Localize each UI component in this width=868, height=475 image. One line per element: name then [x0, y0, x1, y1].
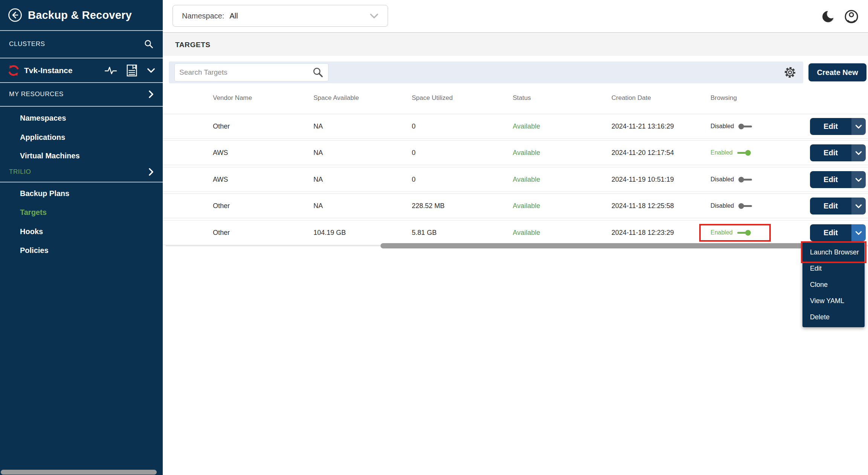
browsing-toggle[interactable]: [738, 177, 752, 182]
cell-vendor-name: Other: [213, 114, 230, 138]
cell-creation-date: 2024-11-20 12:17:54: [611, 141, 674, 165]
edit-button[interactable]: Edit: [810, 118, 851, 135]
cell-space-available: NA: [313, 114, 323, 138]
namespace-chevron-down-icon: [370, 13, 379, 19]
edit-split-button: Edit: [810, 224, 866, 241]
menu-item-delete[interactable]: Delete: [802, 309, 865, 325]
trilio-label: TRILIO: [9, 168, 31, 176]
my-resources-row[interactable]: MY RESOURCES: [0, 83, 163, 106]
search-icon[interactable]: [312, 67, 324, 78]
settings-gear-icon[interactable]: [784, 66, 796, 79]
instance-monitor-icon[interactable]: [105, 66, 117, 75]
cell-status: Available: [513, 141, 540, 165]
browsing-toggle[interactable]: [738, 124, 752, 129]
browsing-state-label: Enabled: [711, 149, 733, 156]
edit-split-button: Edit: [810, 118, 866, 135]
namespace-label: Namespace:: [182, 12, 224, 20]
my-resources-label: MY RESOURCES: [9, 90, 64, 98]
sidebar-item-namespaces[interactable]: Namespaces: [20, 112, 66, 124]
column-header-status: Status: [513, 90, 531, 106]
sidebar-item-applications[interactable]: Applications: [20, 131, 65, 144]
cluster-search-icon[interactable]: [144, 39, 154, 49]
cell-status: Available: [513, 221, 540, 245]
cell-browsing: Enabled: [711, 141, 751, 165]
cell-space-utilized: 0: [412, 141, 416, 165]
browsing-state-label: Enabled: [711, 229, 733, 236]
cell-space-available: NA: [313, 141, 323, 165]
cell-vendor-name: Other: [213, 194, 230, 218]
app-window: Backup & Recovery CLUSTERS Tvk-Instance: [0, 0, 868, 475]
browsing-toggle[interactable]: [738, 203, 752, 209]
cell-status: Available: [513, 167, 540, 192]
browsing-state-label: Disabled: [711, 123, 734, 130]
edit-split-button: Edit: [810, 144, 866, 161]
namespace-select[interactable]: Namespace: All: [173, 5, 388, 27]
menu-item-launch-browser[interactable]: Launch Browser: [802, 244, 865, 260]
edit-button[interactable]: Edit: [810, 144, 851, 161]
menu-item-edit[interactable]: Edit: [802, 260, 865, 277]
sidebar-item-policies[interactable]: Policies: [20, 244, 49, 257]
cell-vendor-name: AWS: [213, 141, 228, 165]
table-header-row: Vendor Name Space Available Space Utiliz…: [163, 90, 868, 106]
cell-vendor-name: AWS: [213, 167, 228, 192]
edit-dropdown-toggle[interactable]: [851, 198, 866, 215]
edit-button[interactable]: Edit: [810, 198, 851, 215]
column-header-space-available: Space Available: [313, 90, 359, 106]
column-header-vendor-name: Vendor Name: [213, 90, 252, 106]
cell-browsing: Disabled: [711, 114, 752, 138]
table-row: OtherNA228.52 MBAvailable2024-11-18 12:2…: [163, 193, 868, 218]
cell-creation-date: 2024-11-18 12:23:29: [611, 221, 674, 245]
table-row: OtherNA0Available2024-11-21 13:16:29Disa…: [163, 114, 868, 139]
clusters-label: CLUSTERS: [9, 40, 45, 48]
browsing-toggle[interactable]: [737, 230, 751, 236]
table-row: AWSNA0Available2024-11-19 10:51:19Disabl…: [163, 167, 868, 192]
browsing-toggle[interactable]: [737, 150, 751, 156]
edit-split-button: Edit: [810, 198, 866, 215]
trilio-logo-icon: [8, 64, 20, 77]
column-header-space-utilized: Space Utilized: [412, 90, 453, 106]
cell-space-utilized: 0: [412, 167, 416, 192]
cell-status: Available: [513, 114, 540, 138]
cell-browsing: Disabled: [711, 194, 752, 218]
cell-creation-date: 2024-11-18 12:25:58: [611, 194, 674, 218]
sidebar-item-virtual-machines[interactable]: Virtual Machines: [20, 149, 80, 162]
cell-status: Available: [513, 194, 540, 218]
edit-dropdown-toggle[interactable]: [851, 144, 866, 161]
menu-item-view-yaml[interactable]: View YAML: [802, 293, 865, 309]
edit-dropdown-toggle[interactable]: [851, 118, 866, 135]
trilio-row[interactable]: TRILIO: [0, 165, 163, 179]
sidebar-item-backup-plans[interactable]: Backup Plans: [20, 187, 69, 200]
menu-item-clone[interactable]: Clone: [802, 277, 865, 293]
cell-space-available: NA: [313, 167, 323, 192]
edit-split-button: Edit: [810, 171, 866, 188]
cell-vendor-name: Other: [213, 221, 230, 245]
edit-button[interactable]: Edit: [810, 224, 851, 241]
edit-button[interactable]: Edit: [810, 171, 851, 188]
instance-row[interactable]: Tvk-Instance: [0, 59, 163, 82]
sidebar-header: Backup & Recovery: [0, 0, 163, 30]
table-horizontal-scrollbar-thumb[interactable]: [381, 243, 863, 248]
column-header-browsing: Browsing: [711, 90, 737, 106]
sidebar-item-targets[interactable]: Targets: [20, 206, 47, 219]
instance-name: Tvk-Instance: [24, 66, 72, 75]
browsing-state-label: Disabled: [711, 176, 734, 183]
dark-mode-moon-icon[interactable]: [820, 9, 834, 24]
sidebar-horizontal-scrollbar[interactable]: [1, 470, 157, 475]
cell-space-utilized: 228.52 MB: [412, 194, 445, 218]
user-account-icon[interactable]: [844, 9, 859, 24]
sidebar-item-hooks[interactable]: Hooks: [20, 225, 43, 238]
namespace-value: All: [229, 12, 238, 20]
instance-chevron-down-icon[interactable]: [147, 68, 155, 73]
app-title: Backup & Recovery: [28, 9, 132, 21]
edit-dropdown-toggle[interactable]: [851, 224, 866, 241]
my-resources-chevron-right-icon: [148, 90, 154, 98]
cell-space-utilized: 0: [412, 114, 416, 138]
page-title: TARGETS: [175, 41, 211, 49]
search-input[interactable]: [179, 68, 312, 77]
row-actions-menu: Launch BrowserEditCloneView YAMLDelete: [802, 242, 865, 327]
back-icon[interactable]: [8, 8, 23, 23]
edit-dropdown-toggle[interactable]: [851, 171, 866, 188]
create-new-button[interactable]: Create New: [808, 63, 866, 81]
sidebar: Backup & Recovery CLUSTERS Tvk-Instance: [0, 0, 163, 475]
instance-log-icon[interactable]: [127, 64, 137, 77]
